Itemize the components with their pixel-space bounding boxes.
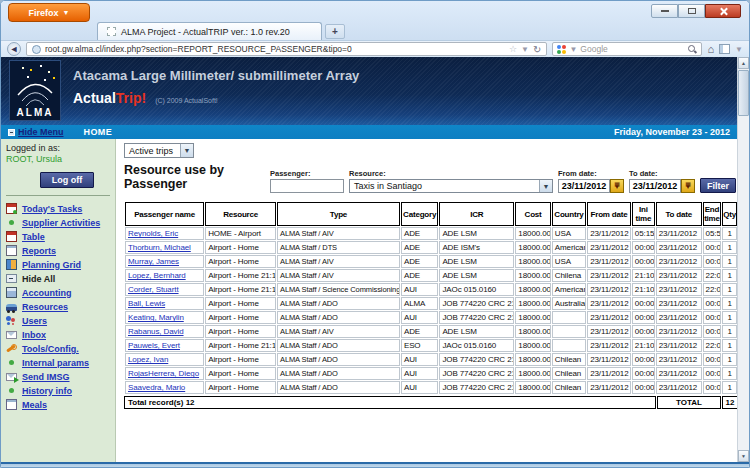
sidebar-item-label[interactable]: Internal params <box>22 358 89 368</box>
country-cell: American <box>552 283 586 296</box>
minimize-button[interactable] <box>651 4 678 18</box>
from-date-cell: 23/11/2012 <box>587 269 631 282</box>
sidebar-item-label[interactable]: Table <box>22 232 45 242</box>
resource-cell: Airport - Home 21:10 <box>205 269 276 282</box>
search-input[interactable]: Google <box>580 44 684 54</box>
type-cell: ALMA Staff / AIV <box>277 325 400 338</box>
sidebar-item-label[interactable]: Accounting <box>22 288 72 298</box>
hide-menu-link[interactable]: Hide Menu <box>18 127 64 137</box>
scroll-up-icon[interactable]: ▲ <box>738 57 749 69</box>
back-button[interactable]: ◄ <box>7 42 21 56</box>
firefox-menu-button[interactable]: Firefox ▼ <box>8 3 90 22</box>
bookmarks-panel-icon[interactable] <box>719 44 730 54</box>
passenger-name-link[interactable]: Corder, Stuartt <box>128 285 179 294</box>
maximize-button[interactable] <box>678 4 705 18</box>
from-date-calendar-icon[interactable]: ▦▼ <box>610 179 624 193</box>
page-title: Resource use by Passenger <box>124 163 265 193</box>
vertical-scrollbar[interactable]: ▲ ▼ <box>737 57 749 462</box>
passenger-name-link[interactable]: Pauwels, Evert <box>128 341 180 350</box>
sidebar-item[interactable]: Supplier Activities <box>6 217 110 228</box>
icr-cell: JOB 774220 CRC 21 <box>439 353 514 366</box>
table-header-row: Passenger nameResourceTypeCategoryICRCos… <box>125 202 737 226</box>
sidebar-item-label[interactable]: Meals <box>22 400 47 410</box>
country-cell: USA <box>552 227 586 240</box>
from-date-input[interactable] <box>558 179 610 193</box>
search-engine-dropdown-icon[interactable]: ▼ <box>569 45 577 54</box>
passenger-name-link[interactable]: Reynolds, Eric <box>128 229 178 238</box>
to-date-input[interactable] <box>629 179 681 193</box>
sidebar-item[interactable]: Internal params <box>6 357 110 368</box>
sidebar-item-label[interactable]: Inbox <box>22 330 46 340</box>
type-cell: ALMA Staff / ADO <box>277 311 400 324</box>
filter-button[interactable]: Filter <box>700 178 736 193</box>
sidebar-item[interactable]: History info <box>6 385 110 396</box>
sidebar-item-label[interactable]: Planning Grid <box>22 260 81 270</box>
search-box[interactable]: ▼ Google <box>552 42 702 56</box>
car-icon <box>6 304 17 311</box>
column-header: Country <box>552 202 586 226</box>
scroll-down-icon[interactable]: ▼ <box>738 450 749 462</box>
url-text[interactable]: root.gw.alma.cl/index.php?section=REPORT… <box>45 44 505 54</box>
passenger-name-link[interactable]: Lopez, Ivan <box>128 355 168 364</box>
search-icon[interactable] <box>687 44 697 54</box>
home-icon[interactable]: ⌂ <box>707 44 714 55</box>
reload-icon[interactable]: ↻ <box>533 44 541 55</box>
sidebar-item[interactable]: Send IMSG <box>6 371 110 382</box>
sidebar-item[interactable]: Today's Tasks <box>6 203 110 214</box>
from-date-cell: 23/11/2012 <box>587 255 631 268</box>
url-bar[interactable]: root.gw.alma.cl/index.php?section=REPORT… <box>26 42 547 56</box>
sidebar-item[interactable]: Inbox <box>6 329 110 340</box>
site-globe-icon <box>32 45 41 54</box>
sidebar-item[interactable]: Users <box>6 315 110 326</box>
sidebar-item[interactable]: Table <box>6 231 110 242</box>
cost-cell: 18000.00 <box>515 339 550 352</box>
sidebar-item-label[interactable]: Users <box>22 316 47 326</box>
sidebar-item-label[interactable]: Send IMSG <box>22 372 70 382</box>
scrollbar-thumb[interactable] <box>738 70 749 116</box>
sidebar-item[interactable]: Tools/Config. <box>6 343 110 354</box>
category-cell: AUI <box>401 381 438 394</box>
bookmarks-dropdown-icon[interactable]: ▼ <box>735 45 743 54</box>
sidebar-item[interactable]: Meals <box>6 399 110 410</box>
tab-alma-project[interactable]: ALMA Project - ActualTRIP ver.: 1.0 rev.… <box>97 22 322 40</box>
sidebar-item[interactable]: Planning Grid <box>6 259 110 270</box>
trips-filter-select[interactable]: Active trips ▼ <box>124 143 194 158</box>
passenger-name-link[interactable]: Thorburn, Michael <box>128 243 191 252</box>
passenger-name-link[interactable]: Murray, James <box>128 257 179 266</box>
from-date-label: From date: <box>558 169 624 178</box>
sidebar-item-label[interactable]: Tools/Config. <box>22 344 79 354</box>
sidebar-item[interactable]: Reports <box>6 245 110 256</box>
passenger-name-link[interactable]: Keating, Marylin <box>128 313 184 322</box>
passenger-name-link[interactable]: Ball, Lewis <box>128 299 165 308</box>
to-date-calendar-icon[interactable]: ▦▼ <box>681 179 695 193</box>
to-date-cell: 23/11/2012 <box>656 367 702 380</box>
close-button[interactable] <box>705 4 741 18</box>
sidebar-item[interactable]: Resources <box>6 301 110 312</box>
sidebar-item-label[interactable]: Supplier Activities <box>22 218 100 228</box>
sidebar-item-label[interactable]: Hide All <box>22 274 55 284</box>
log-off-button[interactable]: Log off <box>40 172 95 188</box>
end-time-cell: 00:00 <box>703 381 722 394</box>
resource-cell: Airport - Home <box>205 353 276 366</box>
resource-select[interactable]: Taxis in Santiago ▼ <box>349 179 553 193</box>
sidebar-item[interactable]: Accounting <box>6 287 110 298</box>
sidebar-item-label[interactable]: History info <box>22 386 72 396</box>
new-tab-button[interactable]: + <box>325 24 345 39</box>
passenger-name-link[interactable]: Saavedra, Mario <box>128 383 185 392</box>
passenger-name-link[interactable]: Rabanus, David <box>128 327 184 336</box>
passenger-input[interactable] <box>270 179 344 193</box>
sidebar-item-label[interactable]: Today's Tasks <box>22 204 82 214</box>
sidebar-item-label[interactable]: Reports <box>22 246 56 256</box>
sidebar-item-label[interactable]: Resources <box>22 302 68 312</box>
home-menu-item[interactable]: HOME <box>84 127 113 137</box>
bookmark-star-icon[interactable]: ☆ <box>509 44 517 54</box>
passenger-name-link[interactable]: Lopez, Bernhard <box>128 271 186 280</box>
send-envelope-icon <box>6 373 17 381</box>
country-cell: American <box>552 241 586 254</box>
country-cell: Chilean <box>552 381 586 394</box>
sidebar-item[interactable]: Hide All <box>6 273 110 284</box>
url-dropdown-icon[interactable]: ▼ <box>521 45 529 54</box>
stars-icon <box>22 67 24 69</box>
antenna-dish-icon <box>13 79 57 107</box>
passenger-name-link[interactable]: RojasHerrera, Diego <box>128 369 199 378</box>
